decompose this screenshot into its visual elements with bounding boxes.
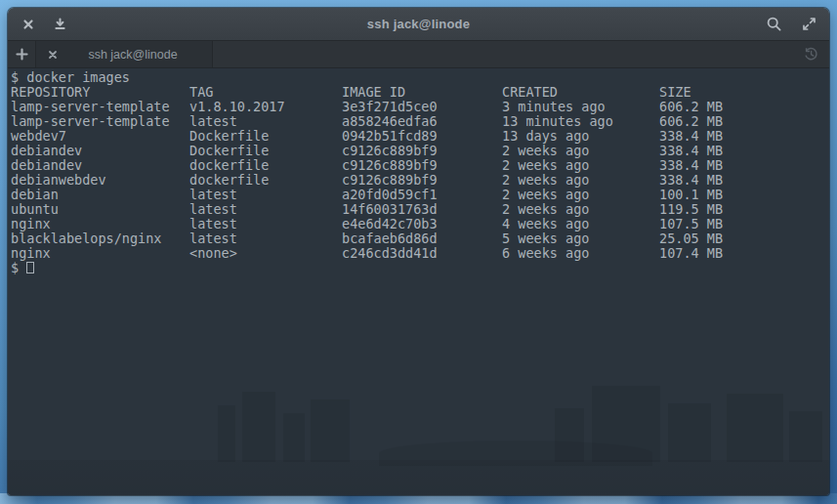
table-cell: Dockerfile — [189, 144, 269, 158]
close-window-button[interactable] — [16, 12, 41, 37]
table-row: ubuntulatest14f60031763d2 weeks ago119.5… — [11, 202, 829, 217]
column-header: IMAGE ID — [342, 85, 405, 100]
table-cell: latest — [189, 231, 237, 246]
table-cell: c9126c889bf9 — [342, 144, 438, 158]
table-cell: a858246edfa6 — [342, 114, 438, 129]
table-cell: <none> — [189, 246, 237, 261]
terminal-line: $ — [11, 261, 829, 275]
desktop-wallpaper: ssh jack@linode — [0, 0, 837, 504]
table-row: nginxlateste4e6d42c70b34 weeks ago107.5 … — [11, 217, 829, 231]
table-cell: debian — [11, 188, 59, 202]
table-row: lamp-server-templatelatesta858246edfa613… — [11, 114, 829, 129]
table-cell: 3 minutes ago — [502, 100, 606, 114]
table-row: blacklabelops/nginxlatestbcafaeb6d86d5 w… — [11, 231, 829, 246]
search-icon — [766, 16, 782, 32]
terminal-window: ssh jack@linode — [8, 8, 829, 495]
table-cell: ubuntu — [11, 202, 59, 217]
table-cell: 3e3f271d5ce0 — [342, 100, 438, 114]
table-cell: 100.1 MB — [659, 188, 723, 202]
table-cell: 6 weeks ago — [502, 246, 589, 261]
maximize-button[interactable] — [796, 12, 821, 37]
table-cell: webdev7 — [11, 129, 66, 144]
window-title: ssh jack@linode — [8, 17, 829, 31]
titlebar[interactable]: ssh jack@linode — [8, 8, 829, 41]
table-row: nginx<none>c246cd3dd41d6 weeks ago107.4 … — [11, 246, 829, 261]
table-cell: 338.4 MB — [659, 144, 723, 158]
table-cell: 0942b51fcd89 — [342, 129, 438, 144]
table-cell: 2 weeks ago — [502, 188, 589, 202]
table-cell: a20fd0d59cf1 — [342, 188, 438, 202]
command-line: $ docker images — [11, 70, 130, 85]
table-cell: latest — [189, 114, 237, 129]
terminal-screen[interactable]: $ docker imagesREPOSITORYTAGIMAGE IDCREA… — [8, 68, 829, 495]
column-header: CREATED — [502, 85, 558, 100]
download-icon — [54, 18, 66, 30]
tabbar: ssh jack@linode — [8, 41, 829, 68]
table-cell: c9126c889bf9 — [342, 158, 438, 173]
table-cell: dockerfile — [189, 173, 269, 188]
table-cell: 2 weeks ago — [502, 158, 589, 173]
table-cell: lamp-server-template — [11, 114, 170, 129]
table-cell: 2 weeks ago — [502, 202, 589, 217]
table-row: debianwebdevdockerfilec9126c889bf92 week… — [11, 173, 829, 188]
table-row: debiandevDockerfilec9126c889bf92 weeks a… — [11, 144, 829, 158]
table-cell: dockerfile — [189, 158, 269, 173]
table-cell: 2 weeks ago — [502, 173, 589, 188]
column-header: SIZE — [659, 85, 691, 100]
tab-ssh-session[interactable]: ssh jack@linode — [36, 41, 213, 67]
table-cell: latest — [189, 202, 237, 217]
table-cell: 107.4 MB — [659, 246, 723, 261]
table-cell: 606.2 MB — [659, 114, 723, 129]
history-icon — [803, 46, 819, 63]
table-row: lamp-server-templatev1.8.10.20173e3f271d… — [11, 100, 829, 114]
table-cell: v1.8.10.2017 — [189, 100, 285, 114]
shell-prompt: $ — [11, 261, 19, 275]
table-cell: latest — [189, 217, 237, 231]
table-cell: 5 weeks ago — [502, 231, 589, 246]
table-cell: lamp-server-template — [11, 100, 170, 114]
terminal-line: REPOSITORYTAGIMAGE IDCREATEDSIZE — [11, 85, 829, 100]
table-cell: c246cd3dd41d — [342, 246, 438, 261]
tab-label: ssh jack@linode — [62, 48, 204, 62]
table-row: webdev7Dockerfile0942b51fcd8913 days ago… — [11, 129, 829, 144]
table-cell: 2 weeks ago — [502, 144, 589, 158]
close-icon — [22, 19, 34, 30]
table-cell: 119.5 MB — [659, 202, 723, 217]
terminal-cursor — [26, 262, 34, 273]
column-header: TAG — [189, 85, 213, 100]
table-cell: blacklabelops/nginx — [11, 231, 161, 246]
table-cell: 338.4 MB — [659, 173, 723, 188]
terminal-output: $ docker imagesREPOSITORYTAGIMAGE IDCREA… — [8, 68, 829, 495]
terminal-line: $ docker images — [11, 70, 829, 85]
table-cell: nginx — [11, 217, 51, 231]
download-button[interactable] — [47, 12, 72, 37]
table-cell: 14f60031763d — [342, 202, 438, 217]
search-button[interactable] — [761, 12, 786, 37]
table-cell: c9126c889bf9 — [342, 173, 438, 188]
table-cell: 25.05 MB — [659, 231, 723, 246]
table-cell: 338.4 MB — [659, 158, 723, 173]
table-row: debiandevdockerfilec9126c889bf92 weeks a… — [11, 158, 829, 173]
table-cell: debiandev — [11, 158, 82, 173]
table-cell: e4e6d42c70b3 — [342, 217, 438, 231]
plus-icon — [16, 48, 28, 61]
table-cell: Dockerfile — [189, 129, 269, 144]
table-cell: 13 minutes ago — [502, 114, 613, 129]
table-cell: nginx — [11, 246, 51, 261]
table-cell: bcafaeb6d86d — [342, 231, 438, 246]
table-cell: latest — [189, 188, 237, 202]
table-cell: 606.2 MB — [659, 100, 723, 114]
table-cell: 13 days ago — [502, 129, 589, 144]
table-cell: debiandev — [11, 144, 82, 158]
tab-close-button[interactable] — [44, 46, 62, 63]
history-button[interactable] — [798, 41, 823, 67]
table-row: debianlatesta20fd0d59cf12 weeks ago100.1… — [11, 188, 829, 202]
new-tab-button[interactable] — [8, 41, 36, 67]
table-cell: debianwebdev — [11, 173, 106, 188]
close-icon — [48, 50, 58, 60]
table-cell: 338.4 MB — [659, 129, 723, 144]
table-cell: 4 weeks ago — [502, 217, 589, 231]
table-cell: 107.5 MB — [659, 217, 723, 231]
column-header: REPOSITORY — [11, 85, 90, 100]
expand-icon — [802, 17, 816, 31]
